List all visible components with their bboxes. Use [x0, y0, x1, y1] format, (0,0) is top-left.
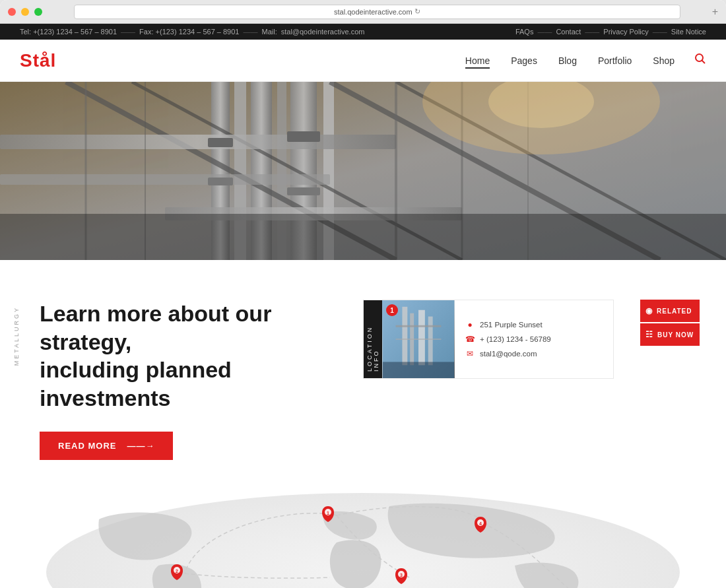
mail-text: stal@qodeinteractive.com	[281, 28, 365, 36]
nav-link-pages[interactable]: Pages	[511, 55, 537, 66]
nav-link-home[interactable]: Home	[465, 55, 490, 69]
svg-rect-33	[428, 317, 433, 366]
svg-rect-30	[402, 307, 407, 365]
map-section: 1 2 3	[0, 486, 726, 588]
svg-rect-14	[0, 135, 396, 149]
url-text: stal.qodeinteractive.com	[334, 8, 412, 16]
hero-section	[0, 82, 726, 260]
location-label: LOCATION INFO	[364, 300, 382, 378]
svg-text:4: 4	[479, 521, 482, 526]
privacy-link[interactable]: Privacy Policy	[603, 28, 648, 36]
location-badge: 1	[386, 304, 398, 316]
sep2: ——	[243, 28, 257, 36]
content-inner: METALLURGY Learn more about our strategy…	[0, 286, 726, 486]
site-logo[interactable]: Stål	[20, 50, 56, 71]
maximize-dot[interactable]	[34, 8, 42, 16]
email-icon: ✉	[465, 349, 475, 358]
svg-line-1	[702, 61, 706, 64]
sep4: ——	[585, 28, 599, 36]
location-phone-row: ☎ + (123) 1234 - 56789	[465, 335, 603, 344]
related-button[interactable]: ◉ RELATED	[640, 300, 700, 322]
faqs-link[interactable]: FAQs	[515, 28, 534, 36]
location-address: 251 Purple Sunset	[480, 321, 543, 329]
svg-rect-36	[383, 362, 454, 378]
buy-now-label: BUY NOW	[657, 331, 694, 339]
sep5: ——	[653, 28, 667, 36]
content-section: METALLURGY Learn more about our strategy…	[0, 260, 726, 588]
phone-icon: ☎	[465, 335, 475, 344]
nav-item-shop[interactable]: Shop	[653, 55, 675, 67]
heading-line2: including planned investments	[40, 357, 232, 410]
location-phone: + (123) 1234 - 56789	[480, 335, 551, 343]
minimize-dot[interactable]	[21, 8, 29, 16]
browser-window: stal.qodeinteractive.com ↻ + Tel: +(123)…	[0, 0, 726, 588]
close-dot[interactable]	[8, 8, 16, 16]
read-more-button[interactable]: Read More ——→	[40, 432, 173, 460]
nav-link-portfolio[interactable]: Portfolio	[598, 55, 632, 66]
top-bar: Tel: +(123) 1234 – 567 – 8901 —— Fax: +(…	[0, 24, 726, 40]
sep3: ——	[537, 28, 552, 36]
browser-titlebar: stal.qodeinteractive.com ↻ +	[0, 0, 726, 24]
nav-item-home[interactable]: Home	[465, 55, 490, 67]
location-image: 1	[382, 300, 455, 378]
left-content: METALLURGY Learn more about our strategy…	[26, 300, 337, 460]
top-bar-contact: Tel: +(123) 1234 – 567 – 8901 —— Fax: +(…	[20, 28, 364, 36]
nav-menu: Home Pages Blog Portfolio Shop	[465, 55, 675, 67]
address-bar[interactable]: stal.qodeinteractive.com ↻	[74, 5, 680, 19]
nav-link-blog[interactable]: Blog	[558, 55, 577, 66]
section-category-label: METALLURGY	[13, 306, 20, 366]
svg-point-0	[696, 54, 703, 61]
heading-line1: Learn more about our strategy,	[40, 301, 271, 354]
top-bar-links: FAQs —— Contact —— Privacy Policy —— Sit…	[515, 28, 706, 36]
svg-rect-25	[208, 178, 233, 185]
location-email-row: ✉ stal1@qode.com	[465, 349, 603, 358]
read-more-label: Read More	[58, 441, 116, 451]
world-map: 1 2 3	[0, 486, 726, 588]
svg-rect-26	[287, 131, 320, 142]
svg-rect-28	[0, 214, 726, 260]
svg-rect-32	[418, 310, 425, 366]
svg-rect-27	[287, 187, 320, 195]
site-notice-link[interactable]: Site Notice	[671, 28, 706, 36]
location-info: ● 251 Purple Sunset ☎ + (123) 1234 - 567…	[455, 300, 613, 378]
main-heading: Learn more about our strategy, including…	[40, 300, 337, 412]
svg-text:1: 1	[327, 511, 329, 515]
nav-item-blog[interactable]: Blog	[558, 55, 577, 67]
location-email: stal1@qode.com	[480, 350, 537, 358]
contact-link[interactable]: Contact	[556, 28, 581, 36]
related-label: RELATED	[657, 308, 692, 315]
tel-text: Tel: +(123) 1234 – 567 – 8901	[20, 28, 117, 36]
svg-text:3: 3	[400, 573, 403, 577]
add-tab-button[interactable]: +	[712, 7, 718, 17]
refresh-icon[interactable]: ↻	[414, 7, 420, 16]
svg-rect-24	[208, 138, 233, 147]
cart-icon: ☷	[645, 330, 653, 339]
main-navigation: Stål Home Pages Blog Portfolio Shop	[0, 40, 726, 82]
search-icon[interactable]	[694, 53, 706, 68]
sep1: ——	[121, 28, 135, 36]
buy-now-button[interactable]: ☷ BUY NOW	[640, 323, 700, 346]
map-pin-icon: ●	[465, 320, 475, 329]
related-icon: ◉	[645, 306, 653, 315]
website-content: Tel: +(123) 1234 – 567 – 8901 —— Fax: +(…	[0, 24, 726, 588]
location-panel: LOCATION INFO	[363, 300, 614, 379]
svg-rect-15	[0, 174, 330, 185]
arrow-right-icon: ——→	[127, 441, 154, 451]
right-sidebar: ◉ RELATED ☷ BUY NOW	[640, 300, 700, 347]
svg-text:2: 2	[176, 569, 178, 573]
fax-text: Fax: +(123) 1234 – 567 – 8901	[139, 28, 239, 36]
location-address-row: ● 251 Purple Sunset	[465, 320, 603, 329]
nav-item-pages[interactable]: Pages	[511, 55, 537, 67]
nav-link-shop[interactable]: Shop	[653, 55, 675, 66]
mail-label: Mail:	[261, 28, 277, 36]
nav-item-portfolio[interactable]: Portfolio	[598, 55, 632, 67]
